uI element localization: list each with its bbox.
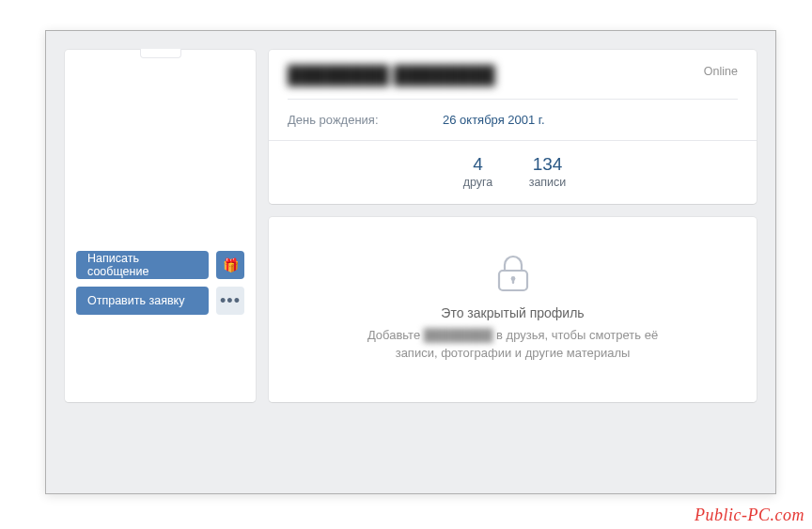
profile-header: ████████ ████████ Online bbox=[269, 50, 757, 100]
private-title: Это закрытый профиль bbox=[441, 305, 584, 320]
friends-label: друга bbox=[452, 176, 505, 189]
online-status: Online bbox=[704, 65, 738, 78]
private-msg-prefix: Добавьте bbox=[367, 328, 424, 342]
sidebar-buttons: Написать сообщение 🎁 Отправить заявку ••… bbox=[65, 240, 256, 328]
profile-name: ████████ ████████ bbox=[288, 65, 495, 86]
posts-counter[interactable]: 134 записи bbox=[522, 154, 574, 189]
svg-rect-2 bbox=[511, 279, 513, 284]
private-message: Добавьте ████████ в друзья, чтобы смотре… bbox=[353, 326, 673, 363]
birthday-label: День рождения: bbox=[288, 113, 443, 127]
friends-count: 4 bbox=[452, 154, 505, 176]
avatar-notch bbox=[140, 49, 181, 58]
profile-info-panel: ████████ ████████ Online День рождения: … bbox=[269, 50, 757, 204]
ellipsis-icon: ••• bbox=[220, 292, 241, 309]
gift-button[interactable]: 🎁 bbox=[216, 251, 244, 279]
friends-counter[interactable]: 4 друга bbox=[452, 154, 505, 189]
profile-sidebar: Написать сообщение 🎁 Отправить заявку ••… bbox=[65, 50, 256, 402]
app-frame: Написать сообщение 🎁 Отправить заявку ••… bbox=[45, 30, 776, 494]
gift-icon: 🎁 bbox=[223, 257, 239, 272]
content-area: Написать сообщение 🎁 Отправить заявку ••… bbox=[46, 31, 775, 421]
birthday-row: День рождения: 26 октября 2001 г. bbox=[269, 100, 757, 140]
private-profile-panel: Это закрытый профиль Добавьте ████████ в… bbox=[269, 217, 757, 402]
send-friend-request-button[interactable]: Отправить заявку bbox=[76, 287, 209, 315]
posts-label: записи bbox=[522, 176, 574, 189]
main-column: ████████ ████████ Online День рождения: … bbox=[269, 50, 757, 402]
private-msg-name: ████████ bbox=[424, 326, 493, 345]
posts-count: 134 bbox=[522, 154, 574, 176]
avatar-placeholder bbox=[65, 50, 256, 240]
more-actions-button[interactable]: ••• bbox=[216, 287, 244, 315]
send-message-button[interactable]: Написать сообщение bbox=[76, 251, 209, 279]
profile-counters: 4 друга 134 записи bbox=[269, 140, 757, 204]
birthday-value[interactable]: 26 октября 2001 г. bbox=[443, 113, 545, 127]
lock-icon bbox=[497, 255, 529, 292]
watermark: Public-PC.com bbox=[695, 506, 804, 525]
